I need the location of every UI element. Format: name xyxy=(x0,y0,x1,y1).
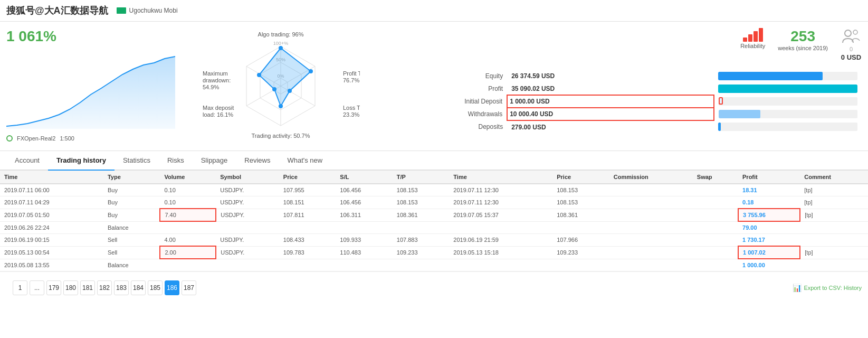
page-btn-182[interactable]: 182 xyxy=(97,280,112,295)
cell-0-9 xyxy=(609,184,693,196)
page-btn-187[interactable]: 187 xyxy=(182,280,196,295)
page-btn-181[interactable]: 181 xyxy=(80,280,95,295)
col-header-type: Type xyxy=(103,171,160,184)
metric-label-2: Initial Deposit xyxy=(376,95,507,108)
cell-4-5: 109.933 xyxy=(336,234,392,247)
cell-3-7 xyxy=(449,221,552,234)
cell-4-7: 2019.06.19 21:59 xyxy=(449,234,552,247)
trading-activity-label: Trading activity: 50.7% xyxy=(252,133,310,139)
page-btn-185[interactable]: 185 xyxy=(148,280,163,295)
col-header-swap: Swap xyxy=(693,171,738,184)
metric-label-0: Equity xyxy=(376,70,507,82)
cell-5-7: 2019.05.13 15:18 xyxy=(449,246,552,259)
max-drawdown-label: Maximum xyxy=(203,70,228,77)
col-header-symbol: Symbol xyxy=(216,171,279,184)
table-row: 2019.07.11 04:29Buy0.10USDJPY.108.151106… xyxy=(0,196,868,209)
user-info: Ugochukwu Mobi xyxy=(117,7,178,14)
cell-0-4: 107.955 xyxy=(279,184,336,196)
performance-chart xyxy=(6,47,175,132)
cell-6-11: 1 000.00 xyxy=(738,259,800,271)
cell-6-3 xyxy=(216,259,279,271)
svg-point-18 xyxy=(288,89,292,93)
cell-1-2: 0.10 xyxy=(160,196,216,209)
cell-3-5 xyxy=(336,221,392,234)
page-btn-180[interactable]: 180 xyxy=(63,280,78,295)
tab-account[interactable]: Account xyxy=(6,151,48,171)
metric-bar-2 xyxy=(714,95,862,108)
cell-0-12: [tp] xyxy=(800,184,868,196)
cell-4-6: 107.883 xyxy=(393,234,449,247)
metric-label-3: Withdrawals xyxy=(376,108,507,120)
cell-6-0: 2019.05.08 13:55 xyxy=(0,259,103,271)
cell-0-10 xyxy=(693,184,738,196)
cell-6-5 xyxy=(336,259,392,271)
profit-trades-label: Profit Trades: xyxy=(343,70,360,77)
metric-bar-1 xyxy=(714,82,862,95)
cell-4-0: 2019.06.19 00:15 xyxy=(0,234,103,247)
cell-1-3: USDJPY. xyxy=(216,196,279,209)
table-row: 2019.06.19 00:15Sell4.00USDJPY.108.43310… xyxy=(0,234,868,247)
tab-reviews[interactable]: Reviews xyxy=(236,151,279,171)
col-header-time: Time xyxy=(0,171,103,184)
metrics-table: Equity 26 374.59 USD Profit 35 090.02 US… xyxy=(376,70,862,133)
page-btn-186[interactable]: 186 xyxy=(165,280,179,295)
tab-whats-new[interactable]: What's new xyxy=(279,151,331,171)
followers-count: 0 xyxy=(850,46,853,52)
cell-6-2 xyxy=(160,259,216,271)
loss-trades-label: Loss Trades: xyxy=(343,105,360,111)
cell-4-9 xyxy=(609,234,693,247)
cell-2-5: 106.311 xyxy=(336,209,392,221)
svg-marker-0 xyxy=(6,57,175,129)
cell-5-9 xyxy=(609,246,693,259)
cell-4-10 xyxy=(693,234,738,247)
followers-icon: 0 xyxy=(841,28,862,45)
tab-slippage[interactable]: Slippage xyxy=(193,151,236,171)
svg-text:load: 16.1%: load: 16.1% xyxy=(203,111,233,118)
cell-0-8: 108.153 xyxy=(552,184,609,196)
cell-5-11: 1 007.02 xyxy=(738,246,800,259)
svg-text:drawdown:: drawdown: xyxy=(203,77,231,83)
metric-label-4: Deposits xyxy=(376,120,507,133)
metric-bar-4 xyxy=(714,120,862,133)
page-btn-184[interactable]: 184 xyxy=(131,280,146,295)
page-btn-...[interactable]: ... xyxy=(30,280,44,295)
top-section: 1 061% FXOpen-Real2 1:500 Algo trading: … xyxy=(0,22,868,151)
svg-text:76.7%: 76.7% xyxy=(343,77,359,83)
cell-2-9 xyxy=(609,209,693,221)
metric-bar-3 xyxy=(714,108,862,120)
cell-1-7: 2019.07.11 12:30 xyxy=(449,196,552,209)
metric-label-1: Profit xyxy=(376,82,507,95)
cell-2-3: USDJPY. xyxy=(216,209,279,221)
page-btn-1[interactable]: 1 xyxy=(13,280,27,295)
reliability-bars xyxy=(743,28,763,42)
cell-2-2: 7.40 xyxy=(160,209,216,221)
rel-bar-2 xyxy=(748,34,752,42)
cell-0-6: 108.153 xyxy=(393,184,449,196)
cell-4-11: 1 730.17 xyxy=(738,234,800,247)
cell-3-3 xyxy=(216,221,279,234)
tabs-bar: AccountTrading historyStatisticsRisksSli… xyxy=(0,151,868,171)
cell-3-8 xyxy=(552,221,609,234)
excel-icon: 📊 xyxy=(793,284,802,292)
svg-text:23.3%: 23.3% xyxy=(343,111,359,118)
leverage: 1:500 xyxy=(60,135,74,142)
cell-6-12 xyxy=(800,259,868,271)
cell-3-11: 79.00 xyxy=(738,221,800,234)
weeks-block: 253 weeks (since 2019) xyxy=(778,28,828,51)
col-header-volume: Volume xyxy=(160,171,216,184)
chart-percent: 1 061% xyxy=(6,28,186,45)
page-btn-183[interactable]: 183 xyxy=(114,280,129,295)
col-header-price: Price xyxy=(279,171,336,184)
export-button[interactable]: 📊 Export to CSV: History xyxy=(793,284,862,292)
tab-risks[interactable]: Risks xyxy=(159,151,193,171)
broker-status-dot xyxy=(6,135,13,142)
cell-5-6: 109.233 xyxy=(393,246,449,259)
cell-1-5: 106.456 xyxy=(336,196,392,209)
page-btn-179[interactable]: 179 xyxy=(46,280,61,295)
cell-3-6 xyxy=(393,221,449,234)
tab-trading-history[interactable]: Trading history xyxy=(48,151,115,171)
cell-0-7: 2019.07.11 12:30 xyxy=(449,184,552,196)
cell-1-1: Buy xyxy=(103,196,160,209)
tab-statistics[interactable]: Statistics xyxy=(115,151,159,171)
user-name: Ugochukwu Mobi xyxy=(129,7,178,14)
